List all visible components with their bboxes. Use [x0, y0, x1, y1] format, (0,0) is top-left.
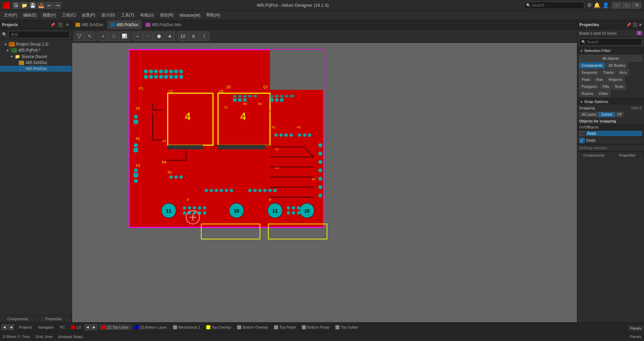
menu-tools[interactable]: 工具(T) — [118, 11, 137, 19]
polygons-btn[interactable]: Polygons — [579, 83, 599, 90]
panels-status-btn[interactable]: Panels — [630, 335, 641, 339]
menu-edit[interactable]: 编辑(E) — [20, 11, 39, 19]
components-props-tab[interactable]: Components — [577, 152, 611, 159]
regions-btn[interactable]: Regions — [606, 76, 624, 82]
pcbdoc-item[interactable]: ▶ 485.PcbDoc — [0, 66, 72, 72]
canvas-content[interactable]: 4 4 U1 U2 P1 P5 P6 P4 R4 R1 Q2 Q1 C2 R3 … — [72, 43, 577, 322]
arcs-btn[interactable]: Arcs — [617, 69, 629, 75]
menu-place[interactable]: 放置(P) — [79, 11, 98, 19]
props-pin-btn[interactable]: 📌 — [626, 22, 631, 27]
menu-project[interactable]: 工程(C) — [59, 11, 78, 19]
close-btn[interactable]: ✕ — [632, 2, 641, 9]
menu-help[interactable]: 帮助(H) — [204, 11, 223, 19]
components-btn[interactable]: Components — [579, 62, 605, 68]
panel-float-btn[interactable]: ⬛ — [57, 22, 64, 27]
cross-btn[interactable]: + — [98, 32, 108, 41]
settings-icon[interactable]: ⚙ — [587, 2, 592, 8]
board-filter-btn[interactable]: ▽ — [637, 31, 642, 35]
menu-file[interactable]: 文件(F) — [1, 11, 20, 19]
menu-window[interactable]: Window(W) — [177, 12, 203, 19]
bottom-paste-tab[interactable]: Bottom Paste — [299, 325, 332, 330]
menu-design[interactable]: 设计(D) — [99, 11, 118, 19]
chart-btn[interactable]: 📊 — [119, 32, 129, 41]
num-btn[interactable]: 10 — [178, 32, 188, 41]
open-btn[interactable]: 📁 — [20, 2, 28, 9]
project-group-item[interactable]: ▼ Project Group 1.D — [0, 41, 72, 47]
properties-search-input[interactable] — [579, 38, 642, 46]
properties-props-tab[interactable]: Properties — [611, 152, 644, 159]
bottom-layer-tab[interactable]: [2] Bottom Layer — [132, 325, 170, 330]
rect-btn[interactable]: □ — [109, 32, 119, 41]
tab-htmdoc[interactable]: 485.PcbDoc.htm — [142, 20, 185, 29]
projects-bottom-tab[interactable]: Projects — [16, 325, 35, 330]
projects-search-input[interactable] — [8, 31, 70, 38]
tab-pcbdoc[interactable]: 485.PcbDoc — [107, 20, 142, 29]
prev-tab-btn[interactable]: ◀ — [85, 324, 91, 330]
components-bottom-tab[interactable]: Components — [0, 316, 36, 322]
mechanical1-tab[interactable]: Mechanical 1 — [170, 325, 203, 330]
texts-btn[interactable]: Texts — [612, 83, 626, 90]
pad-btn[interactable]: ⬟ — [154, 32, 164, 41]
all-objects-btn[interactable]: All objects — [579, 55, 642, 61]
minimize-btn[interactable]: ─ — [612, 2, 621, 9]
menu-reports[interactable]: 报告(R) — [157, 11, 176, 19]
text-btn[interactable]: A — [189, 32, 199, 41]
properties-bottom-tab[interactable]: Properties — [36, 316, 72, 322]
menu-routing[interactable]: 布线(U) — [138, 11, 157, 19]
vias-btn[interactable]: Vias — [593, 76, 605, 82]
axes-checkbox[interactable] — [579, 131, 585, 136]
panel-close-btn[interactable]: ✕ — [65, 22, 70, 27]
source-folder-item[interactable]: ▼ 📁 Source Docurr — [0, 53, 72, 60]
line-btn[interactable]: / — [199, 32, 209, 41]
svg-point-62 — [274, 133, 278, 137]
panel-pin-btn[interactable]: 📌 — [50, 22, 56, 27]
tracks-btn[interactable]: Tracks — [600, 69, 616, 75]
grids-checkbox[interactable]: ✓ — [579, 138, 585, 143]
pcbdoc-label: 485.PcbDoc — [25, 66, 47, 71]
account-icon[interactable]: 👤 — [602, 2, 609, 8]
maximize-btn[interactable]: □ — [622, 2, 631, 9]
next-tab-btn[interactable]: ▶ — [91, 324, 97, 330]
next-layer-prev-btn[interactable]: ◀ — [8, 324, 14, 330]
titlebar-search-input[interactable] — [524, 2, 584, 9]
import-btn[interactable]: 📥 — [37, 2, 45, 9]
navigator-bottom-tab[interactable]: Navigator — [36, 325, 57, 330]
notifications-icon[interactable]: 🔔 — [594, 2, 600, 8]
top-paste-tab[interactable]: Top Paste — [271, 325, 299, 330]
all-layers-snap-btn[interactable]: All Layers — [579, 112, 599, 117]
prev-layer-btn[interactable]: ◀ — [1, 324, 7, 330]
selection-filter-header[interactable]: ◄ Selection Filter — [577, 47, 644, 54]
ls-bottom-tab[interactable]: LS — [68, 325, 84, 330]
pads-btn[interactable]: Pads — [579, 76, 592, 82]
keepouts-btn[interactable]: Keepouts — [579, 69, 599, 75]
top-solder-tab[interactable]: Top Solder — [333, 325, 361, 330]
undo-btn[interactable]: ↩ — [46, 2, 53, 9]
schdoc-item[interactable]: ▶ 485.SchDoc — [0, 60, 72, 66]
projects-search: 🔍 — [0, 30, 72, 40]
filter-btn[interactable]: ▽ — [74, 32, 84, 41]
bottom-overlay-color — [237, 325, 241, 329]
bodies-3d-btn[interactable]: 3D Bodies — [606, 62, 628, 68]
current-snap-btn[interactable]: Current — [599, 112, 614, 117]
fills-btn[interactable]: Fills — [600, 83, 611, 90]
rooms-btn[interactable]: Rooms — [579, 91, 596, 97]
route-btn[interactable]: ⌁ — [132, 32, 143, 41]
interactroute-btn[interactable]: 〰 — [143, 32, 153, 41]
top-layer-tab[interactable]: [1] Top Layer — [99, 325, 131, 330]
menu-view[interactable]: 视图(V) — [40, 11, 59, 19]
prjpcb-item[interactable]: ▼ 485.PrjPcb * — [0, 47, 72, 53]
props-close-btn[interactable]: ✕ — [639, 22, 642, 27]
pc-bottom-tab[interactable]: PC — [57, 325, 68, 330]
tab-schdoc[interactable]: 485.SchDoc — [72, 20, 107, 29]
save-btn[interactable]: 💾 — [29, 2, 36, 9]
other-btn[interactable]: Other — [597, 91, 611, 97]
top-overlay-tab[interactable]: Top Overlay — [204, 325, 234, 330]
via-btn[interactable]: ◉ — [165, 32, 175, 41]
props-float-btn[interactable]: ⬛ — [633, 22, 638, 27]
redo-btn[interactable]: ↪ — [54, 2, 61, 9]
new-btn[interactable]: 🖫 — [12, 2, 19, 9]
off-snap-btn[interactable]: Off — [614, 112, 624, 117]
select-btn[interactable]: ↖ — [85, 32, 95, 41]
snap-options-header[interactable]: ◄ Snap Options — [577, 98, 644, 105]
bottom-overlay-tab[interactable]: Bottom Overlay — [234, 325, 271, 330]
